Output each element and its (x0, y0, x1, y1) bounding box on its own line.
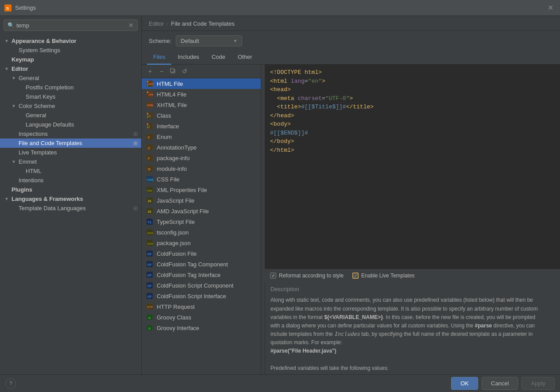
list-item[interactable]: HTTP HTTP Request (142, 301, 261, 312)
list-item[interactable]: HTML XHTML File (142, 100, 261, 110)
list-item[interactable]: JS AMD JavaScript File (142, 206, 261, 216)
file-item-name: tsconfig.json (157, 229, 189, 236)
sidebar-item-emmet[interactable]: ▼ Emmet (0, 157, 141, 166)
svg-text:G: G (148, 316, 151, 319)
sidebar-item-lang-defaults[interactable]: Language Defaults (0, 120, 141, 129)
list-item[interactable]: CF ColdFusion Tag Component (142, 259, 261, 269)
sidebar-item-html-emmet[interactable]: HTML (0, 166, 141, 176)
list-item[interactable]: TS TypeScript File (142, 216, 261, 227)
close-button[interactable]: ✕ (545, 3, 556, 13)
reformat-label: Reformat according to style (279, 273, 344, 279)
list-item[interactable]: G Groovy Interface (142, 323, 261, 333)
sidebar-item-appearance[interactable]: ▼ Appearance & Behavior (0, 36, 141, 46)
settings-icon: ⊞ (133, 205, 138, 211)
cf-script-component-icon: CF (146, 282, 153, 289)
right-panel: Editor › File and Code Templates Scheme:… (142, 16, 560, 374)
sidebar-item-plugins[interactable]: Plugins (0, 185, 141, 194)
sidebar-item-label: General (19, 75, 39, 81)
sidebar-item-template-data[interactable]: Template Data Languages ⊞ (0, 204, 141, 213)
list-item[interactable]: HTML HTML4 File (142, 89, 261, 100)
file-item-name: Groovy Interface (157, 325, 199, 331)
file-item-name: ColdFusion File (157, 250, 197, 257)
list-item[interactable]: G Groovy Class (142, 312, 261, 323)
list-item[interactable]: XML XML Properties File (142, 184, 261, 195)
list-item[interactable]: CF ColdFusion Script Component (142, 280, 261, 291)
sidebar-item-general-color[interactable]: General (0, 111, 141, 120)
list-item[interactable]: I Interface (142, 121, 261, 131)
code-line: <title>#[[$Title$]]#</title> (270, 103, 555, 111)
svg-text:CF: CF (147, 253, 152, 256)
reformat-checkbox-box: ✓ (270, 273, 276, 279)
sidebar-item-inspections[interactable]: Inspections ⊞ (0, 129, 141, 138)
tab-code[interactable]: Code (205, 50, 232, 65)
list-item[interactable]: JSON tsconfig.json (142, 227, 261, 238)
code-editor[interactable]: <!DOCTYPE html> <html lang="en"> <head> … (265, 65, 560, 269)
svg-text:E: E (148, 136, 150, 139)
cancel-button[interactable]: Cancel (482, 377, 518, 390)
list-item[interactable]: CF ColdFusion Script Interface (142, 291, 261, 301)
svg-text:HTTP: HTTP (147, 306, 153, 308)
list-item[interactable]: HTML HTML File (142, 78, 261, 89)
cf-tag-component-icon: CF (146, 261, 153, 268)
sidebar-item-label: Postfix Completion (26, 84, 73, 91)
search-input[interactable] (16, 22, 126, 29)
copy-template-button[interactable] (168, 66, 178, 76)
svg-rect-16 (147, 115, 148, 116)
sidebar-item-keymap[interactable]: Keymap (0, 55, 141, 64)
bottom-bar: ? OK Cancel Apply (0, 374, 560, 392)
sidebar-item-smart-keys[interactable]: Smart Keys (0, 92, 141, 101)
sidebar-item-label: General (26, 112, 46, 119)
help-button[interactable]: ? (5, 378, 16, 389)
tab-includes[interactable]: Includes (171, 50, 205, 65)
revert-template-button[interactable]: ↺ (180, 66, 189, 76)
search-wrapper[interactable]: 🔍 ✕ (4, 19, 138, 31)
sidebar-item-system-settings[interactable]: System Settings (0, 46, 141, 55)
search-clear-icon[interactable]: ✕ (128, 22, 134, 29)
sidebar-item-label: Keymap (12, 56, 34, 63)
sidebar-item-file-and-code-templates[interactable]: File and Code Templates ⊞ (0, 138, 141, 148)
tab-files[interactable]: Files (147, 50, 171, 65)
svg-text:C: C (149, 115, 151, 118)
list-item[interactable]: JSON package.json (142, 238, 261, 248)
reformat-checkbox[interactable]: ✓ Reformat according to style (270, 273, 344, 279)
scheme-label: Scheme: (149, 38, 171, 44)
cf-file-icon: CF (146, 250, 153, 257)
svg-text:CF: CF (147, 274, 152, 277)
svg-rect-7 (147, 85, 148, 86)
list-item[interactable]: CSS CSS File (142, 174, 261, 184)
settings-icon: ⊞ (133, 131, 138, 137)
remove-template-button[interactable]: − (157, 66, 166, 76)
sidebar-item-label: Appearance & Behavior (12, 38, 77, 44)
sidebar-item-live-templates[interactable]: Live Templates (0, 148, 141, 157)
sidebar-item-postfix[interactable]: Postfix Completion (0, 83, 141, 92)
list-item[interactable]: JS JavaScript File (142, 195, 261, 206)
sidebar-item-editor[interactable]: ▼ Editor (0, 64, 141, 73)
ts-icon: TS (146, 218, 153, 225)
list-item[interactable]: CF ColdFusion File (142, 248, 261, 259)
svg-text:HTML: HTML (147, 104, 153, 107)
ok-button[interactable]: OK (451, 377, 478, 390)
list-item[interactable]: E Enum (142, 131, 261, 142)
html4-icon: HTML (146, 91, 153, 98)
code-line: </html> (270, 146, 555, 155)
sidebar-item-languages-frameworks[interactable]: ▼ Languages & Frameworks (0, 194, 141, 204)
title-bar: S Settings ✕ (0, 0, 560, 16)
list-item[interactable]: CF ColdFusion Tag Interface (142, 269, 261, 280)
list-item[interactable]: C Class (142, 110, 261, 121)
add-template-button[interactable]: + (145, 66, 155, 76)
live-templates-checkbox[interactable]: ✓ Enable Live Templates (352, 273, 415, 279)
svg-rect-15 (147, 113, 148, 114)
code-line: <meta charset="UTF-8"> (270, 94, 555, 103)
sidebar-item-color-scheme[interactable]: ▼ Color Scheme (0, 101, 141, 111)
sidebar-item-intentions[interactable]: Intentions (0, 176, 141, 185)
list-item[interactable]: P package-info (142, 153, 261, 163)
list-item[interactable]: M module-info (142, 163, 261, 174)
sidebar-item-general[interactable]: ▼ General (0, 73, 141, 83)
scheme-dropdown[interactable]: Default ▼ (176, 35, 242, 46)
example-code: #parse("File Header.java") (270, 348, 336, 354)
apply-button[interactable]: Apply (521, 377, 555, 390)
list-item[interactable]: @ AnnotationType (142, 142, 261, 153)
tab-other[interactable]: Other (232, 50, 259, 65)
settings-icon: ⊞ (133, 140, 138, 146)
file-item-name: Enum (157, 134, 172, 140)
